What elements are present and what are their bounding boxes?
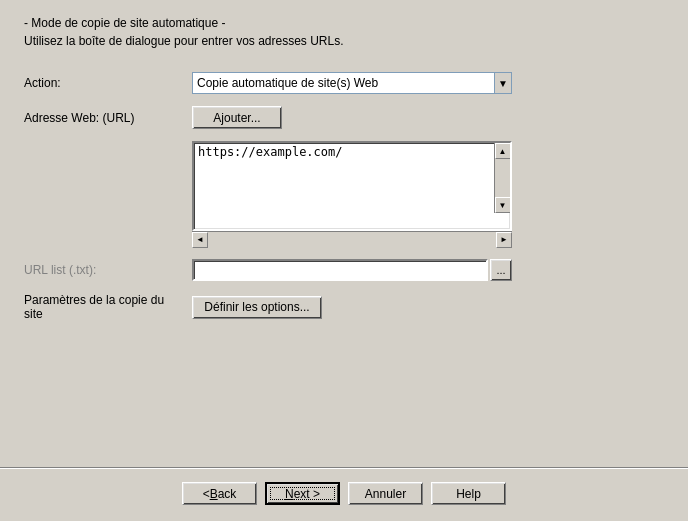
next-button[interactable]: Next > xyxy=(265,482,340,505)
dialog-content: Action: Copie automatique de site(s) Web… xyxy=(0,56,688,463)
url-textarea-row: https://example.com/ ▲ ▼ ◄ ► xyxy=(24,141,664,247)
url-list-input[interactable] xyxy=(192,259,488,281)
back-underline: B xyxy=(210,487,218,501)
action-select-wrapper: Copie automatique de site(s) Web ▼ xyxy=(192,72,512,94)
url-label: Adresse Web: (URL) xyxy=(24,111,184,125)
definir-button[interactable]: Définir les options... xyxy=(192,296,322,319)
scroll-track-vertical xyxy=(495,159,510,197)
action-select[interactable]: Copie automatique de site(s) Web xyxy=(192,72,512,94)
scroll-track-horizontal xyxy=(208,232,496,247)
scroll-right-button[interactable]: ► xyxy=(496,232,512,248)
url-list-input-wrapper: ... xyxy=(192,259,512,281)
ajouter-button[interactable]: Ajouter... xyxy=(192,106,282,129)
action-row: Action: Copie automatique de site(s) Web… xyxy=(24,72,664,94)
params-row: Paramètres de la copie du site Définir l… xyxy=(24,293,664,321)
url-header-row: Adresse Web: (URL) Ajouter... xyxy=(24,106,664,129)
params-label: Paramètres de la copie du site xyxy=(24,293,184,321)
dialog: - Mode de copie de site automatique - Ut… xyxy=(0,0,688,521)
browse-button[interactable]: ... xyxy=(490,259,512,281)
scrollbar-horizontal: ◄ ► xyxy=(192,231,512,247)
url-textarea-wrapper: https://example.com/ ▲ ▼ ◄ ► xyxy=(192,141,512,247)
scrollbar-vertical: ▲ ▼ xyxy=(494,143,510,213)
scroll-up-button[interactable]: ▲ xyxy=(495,143,511,159)
scroll-down-button[interactable]: ▼ xyxy=(495,197,511,213)
back-button[interactable]: < Back xyxy=(182,482,257,505)
help-button[interactable]: Help xyxy=(431,482,506,505)
dialog-footer: < Back Next > Annuler Help xyxy=(0,472,688,521)
next-underline: N xyxy=(285,487,294,501)
header-subtitle: Utilisez la boîte de dialogue pour entre… xyxy=(24,34,664,48)
header-title: - Mode de copie de site automatique - xyxy=(24,16,664,30)
dialog-header: - Mode de copie de site automatique - Ut… xyxy=(0,0,688,56)
url-list-label: URL list (.txt): xyxy=(24,263,184,277)
url-textarea[interactable]: https://example.com/ xyxy=(194,143,494,213)
url-list-row: URL list (.txt): ... xyxy=(24,259,664,281)
url-textarea-container: https://example.com/ ▲ ▼ xyxy=(192,141,512,231)
action-label: Action: xyxy=(24,76,184,90)
scroll-left-button[interactable]: ◄ xyxy=(192,232,208,248)
footer-divider xyxy=(0,467,688,468)
cancel-button[interactable]: Annuler xyxy=(348,482,423,505)
